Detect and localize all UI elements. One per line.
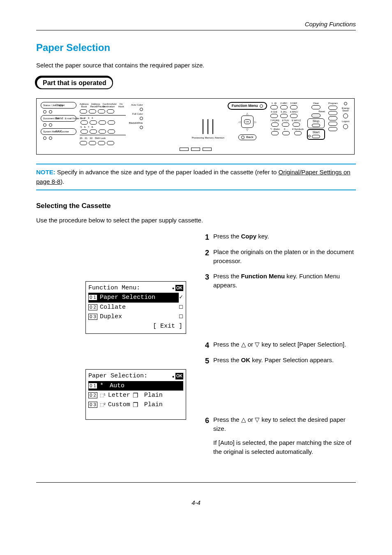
cassette2-icon: ⬚²: [100, 401, 106, 408]
lcd1-num2: 0 2: [88, 304, 97, 310]
led-icon: [49, 110, 52, 113]
shift-label: Shift Lock: [95, 137, 106, 139]
page-number: 4-4: [36, 499, 356, 506]
lcd1-item1: Paper Selection: [100, 293, 176, 302]
panel-bottom-strip: [41, 148, 350, 153]
page-title: Paper Selection: [36, 42, 356, 53]
sysmenu-label: System Menu / Counter: [43, 130, 54, 133]
attention-label: Attention: [214, 136, 224, 139]
step-3: Press the Function Menu key. Function Me…: [198, 272, 356, 290]
cassette1-icon: ⬚¹: [100, 392, 106, 399]
led-icon: [43, 123, 46, 127]
note-text-b: ).: [60, 178, 64, 185]
sysmenu-fax-box: System Menu / Counter FAX: [41, 128, 76, 135]
unchecked-icon: ☐: [179, 313, 183, 321]
paper-icon: ❐: [133, 391, 138, 400]
full-color-label: Full Color: [132, 113, 143, 115]
lcd2-item1: Auto: [106, 381, 183, 391]
reset-label: Reset: [307, 110, 325, 113]
lcd2-item2b: Plain: [141, 391, 163, 400]
footer-rule: [36, 482, 356, 483]
note-text-a: Specify in advance the size and type of …: [55, 169, 279, 176]
lcd2-item3b: Plain: [141, 400, 163, 409]
step-2: Place the originals on the platen or in …: [198, 247, 356, 266]
func-menu-label: Function Menu: [232, 104, 258, 108]
down-triangle-icon: ▽: [255, 416, 260, 423]
auto-color-label: Auto Color: [131, 104, 143, 106]
nav-ok-icon: ⬥ OK: [172, 284, 183, 292]
program-label: Program: [328, 102, 338, 104]
step-6-note: If [Auto] is selected, the paper matchin…: [213, 439, 351, 455]
step-6: Press the △ or ▽ key to select the desir…: [198, 415, 356, 456]
docbox-label: Document Box: [43, 117, 54, 120]
step-5: Press the OK key. Paper Selection appear…: [198, 356, 356, 365]
lcd1-exit: [ Exit ]: [88, 321, 183, 331]
confirm-label: Confirm/Add Destination: [103, 103, 115, 108]
clear-label: Clear: [313, 102, 319, 104]
copy-key: Copy: [241, 233, 257, 240]
send-label: Send: [55, 117, 63, 120]
status-cancel-box: Status / Job Cancel Copy: [41, 102, 76, 109]
lcd-paper-selection: Paper Selection: ⬥ OK 0 1* Auto 0 2 ⬚¹Le…: [85, 369, 186, 420]
led-icon: [49, 123, 52, 127]
send-sub-label: E-mail Folder FAX: [65, 117, 74, 120]
energy-label: Energy Saver: [341, 107, 350, 112]
unchecked-icon: ☐: [179, 303, 183, 311]
start-button: Start: [307, 129, 325, 140]
back-button: Back: [238, 134, 256, 140]
status-label: Status / Job Cancel: [43, 104, 54, 106]
back-label: Back: [246, 136, 254, 139]
addr-book-label: Address Book: [80, 103, 89, 108]
subhead: Selecting the Cassette: [36, 202, 356, 210]
running-head: Copying Functions: [36, 21, 356, 28]
check-icon: ✓: [179, 293, 183, 302]
function-menu-button: Function Menu: [228, 102, 267, 110]
lcd1-num1: 0 1: [88, 294, 97, 301]
fax-label: FAX: [55, 130, 62, 133]
lcd2-num3: 0 3: [88, 402, 97, 408]
led-icon: [140, 126, 143, 129]
led-icon: [344, 102, 347, 105]
control-panel-illustration: Status / Job Cancel Copy Document Box Se…: [36, 98, 355, 155]
memory-label: Memory: [205, 136, 214, 139]
up-triangle-icon: △: [241, 416, 246, 423]
lcd2-star: *: [100, 381, 104, 391]
lcd1-num3: 0 3: [88, 314, 97, 320]
lcd1-item2: Collate: [100, 303, 176, 312]
lcd2-item2a: Letter: [108, 391, 130, 400]
led-icon: [43, 136, 46, 140]
led-icon: [49, 136, 52, 140]
lcd2-num2: 0 2: [88, 392, 97, 398]
down-triangle-icon: ▽: [255, 341, 260, 348]
part-tab: Part that is operated: [36, 77, 113, 89]
docbox-send-box: Document Box Send E-mail Folder FAX: [41, 115, 76, 122]
processing-label: Processing: [192, 136, 204, 139]
lcd-function-menu: Function Menu: ⬥ OK 0 1 Paper Selection …: [85, 281, 186, 334]
lcd1-title: Function Menu:: [88, 283, 140, 293]
note-block: NOTE: Specify in advance the size and ty…: [36, 164, 356, 190]
note-label: NOTE:: [36, 169, 55, 176]
led-icon: [140, 108, 143, 111]
bw-label: Black&White: [129, 122, 143, 124]
lcd2-title: Paper Selection:: [88, 371, 148, 381]
lcd1-item3: Duplex: [100, 312, 176, 321]
ok-key: OK: [241, 356, 251, 363]
logout-label: Logout: [342, 120, 349, 123]
led-icon: [140, 117, 143, 120]
stop-button: Stop: [307, 118, 325, 128]
lcd2-num1: 0 1: [88, 383, 97, 389]
nav-ok-icon: ⬥ OK: [172, 372, 183, 380]
part-tab-label: Part that is operated: [36, 77, 113, 89]
intro-text: Select the paper source that contains th…: [36, 61, 356, 69]
step-4: Press the △ or ▽ key to select [Paper Se…: [198, 340, 356, 349]
nav-circle: △ ◁ OK ▷ ▽: [238, 112, 256, 131]
func-menu-key: Function Menu: [241, 273, 285, 280]
copy-label: Copy: [55, 104, 63, 107]
power-icon: [343, 113, 348, 118]
addr-recall-label: Address Recall/Pause: [90, 103, 101, 108]
logout-icon: [343, 124, 348, 129]
up-triangle-icon: △: [241, 341, 246, 348]
top-rule: [36, 30, 356, 30]
step-1: Press the Copy key.: [198, 232, 356, 241]
sub-intro: Use the procedure below to select the pa…: [36, 216, 356, 224]
